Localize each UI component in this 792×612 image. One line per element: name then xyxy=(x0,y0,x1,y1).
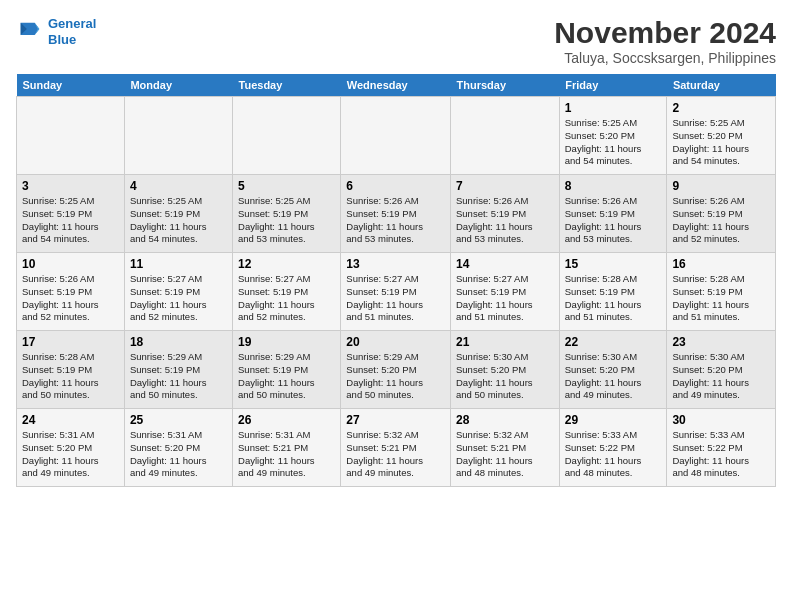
day-info: Sunrise: 5:29 AMSunset: 5:19 PMDaylight:… xyxy=(130,351,227,402)
day-number: 29 xyxy=(565,413,662,427)
location-subtitle: Taluya, Soccsksargen, Philippines xyxy=(554,50,776,66)
day-number: 1 xyxy=(565,101,662,115)
weekday-header-tuesday: Tuesday xyxy=(233,74,341,97)
day-number: 15 xyxy=(565,257,662,271)
day-info: Sunrise: 5:32 AMSunset: 5:21 PMDaylight:… xyxy=(346,429,445,480)
day-number: 11 xyxy=(130,257,227,271)
day-info: Sunrise: 5:25 AMSunset: 5:19 PMDaylight:… xyxy=(22,195,119,246)
calendar-cell: 4Sunrise: 5:25 AMSunset: 5:19 PMDaylight… xyxy=(124,175,232,253)
weekday-header-friday: Friday xyxy=(559,74,667,97)
calendar-header: SundayMondayTuesdayWednesdayThursdayFrid… xyxy=(17,74,776,97)
calendar-cell: 30Sunrise: 5:33 AMSunset: 5:22 PMDayligh… xyxy=(667,409,776,487)
calendar-cell: 6Sunrise: 5:26 AMSunset: 5:19 PMDaylight… xyxy=(341,175,451,253)
title-block: November 2024 Taluya, Soccsksargen, Phil… xyxy=(554,16,776,66)
calendar-cell: 12Sunrise: 5:27 AMSunset: 5:19 PMDayligh… xyxy=(233,253,341,331)
calendar-cell: 1Sunrise: 5:25 AMSunset: 5:20 PMDaylight… xyxy=(559,97,667,175)
calendar-cell: 7Sunrise: 5:26 AMSunset: 5:19 PMDaylight… xyxy=(451,175,560,253)
day-number: 10 xyxy=(22,257,119,271)
day-number: 25 xyxy=(130,413,227,427)
calendar-cell: 20Sunrise: 5:29 AMSunset: 5:20 PMDayligh… xyxy=(341,331,451,409)
day-number: 9 xyxy=(672,179,770,193)
calendar-week-row: 24Sunrise: 5:31 AMSunset: 5:20 PMDayligh… xyxy=(17,409,776,487)
calendar-cell: 9Sunrise: 5:26 AMSunset: 5:19 PMDaylight… xyxy=(667,175,776,253)
calendar-cell: 25Sunrise: 5:31 AMSunset: 5:20 PMDayligh… xyxy=(124,409,232,487)
day-info: Sunrise: 5:31 AMSunset: 5:21 PMDaylight:… xyxy=(238,429,335,480)
calendar-cell: 17Sunrise: 5:28 AMSunset: 5:19 PMDayligh… xyxy=(17,331,125,409)
calendar-cell: 13Sunrise: 5:27 AMSunset: 5:19 PMDayligh… xyxy=(341,253,451,331)
day-info: Sunrise: 5:28 AMSunset: 5:19 PMDaylight:… xyxy=(22,351,119,402)
calendar-cell: 5Sunrise: 5:25 AMSunset: 5:19 PMDaylight… xyxy=(233,175,341,253)
day-number: 13 xyxy=(346,257,445,271)
day-info: Sunrise: 5:29 AMSunset: 5:20 PMDaylight:… xyxy=(346,351,445,402)
calendar-body: 1Sunrise: 5:25 AMSunset: 5:20 PMDaylight… xyxy=(17,97,776,487)
calendar-cell: 28Sunrise: 5:32 AMSunset: 5:21 PMDayligh… xyxy=(451,409,560,487)
calendar-cell: 23Sunrise: 5:30 AMSunset: 5:20 PMDayligh… xyxy=(667,331,776,409)
day-info: Sunrise: 5:33 AMSunset: 5:22 PMDaylight:… xyxy=(672,429,770,480)
day-number: 8 xyxy=(565,179,662,193)
calendar-cell: 3Sunrise: 5:25 AMSunset: 5:19 PMDaylight… xyxy=(17,175,125,253)
calendar-cell: 2Sunrise: 5:25 AMSunset: 5:20 PMDaylight… xyxy=(667,97,776,175)
calendar-cell: 11Sunrise: 5:27 AMSunset: 5:19 PMDayligh… xyxy=(124,253,232,331)
calendar-cell: 21Sunrise: 5:30 AMSunset: 5:20 PMDayligh… xyxy=(451,331,560,409)
calendar-week-row: 10Sunrise: 5:26 AMSunset: 5:19 PMDayligh… xyxy=(17,253,776,331)
calendar-cell xyxy=(341,97,451,175)
day-info: Sunrise: 5:25 AMSunset: 5:20 PMDaylight:… xyxy=(672,117,770,168)
day-info: Sunrise: 5:31 AMSunset: 5:20 PMDaylight:… xyxy=(130,429,227,480)
calendar-week-row: 3Sunrise: 5:25 AMSunset: 5:19 PMDaylight… xyxy=(17,175,776,253)
day-number: 14 xyxy=(456,257,554,271)
day-info: Sunrise: 5:31 AMSunset: 5:20 PMDaylight:… xyxy=(22,429,119,480)
day-info: Sunrise: 5:30 AMSunset: 5:20 PMDaylight:… xyxy=(672,351,770,402)
day-info: Sunrise: 5:26 AMSunset: 5:19 PMDaylight:… xyxy=(672,195,770,246)
day-number: 5 xyxy=(238,179,335,193)
day-number: 23 xyxy=(672,335,770,349)
day-number: 12 xyxy=(238,257,335,271)
weekday-header-monday: Monday xyxy=(124,74,232,97)
weekday-header-saturday: Saturday xyxy=(667,74,776,97)
day-info: Sunrise: 5:27 AMSunset: 5:19 PMDaylight:… xyxy=(238,273,335,324)
header-row: SundayMondayTuesdayWednesdayThursdayFrid… xyxy=(17,74,776,97)
day-info: Sunrise: 5:26 AMSunset: 5:19 PMDaylight:… xyxy=(346,195,445,246)
calendar-cell: 8Sunrise: 5:26 AMSunset: 5:19 PMDaylight… xyxy=(559,175,667,253)
day-number: 7 xyxy=(456,179,554,193)
day-number: 27 xyxy=(346,413,445,427)
day-info: Sunrise: 5:25 AMSunset: 5:20 PMDaylight:… xyxy=(565,117,662,168)
calendar-week-row: 17Sunrise: 5:28 AMSunset: 5:19 PMDayligh… xyxy=(17,331,776,409)
day-number: 24 xyxy=(22,413,119,427)
calendar-week-row: 1Sunrise: 5:25 AMSunset: 5:20 PMDaylight… xyxy=(17,97,776,175)
day-number: 30 xyxy=(672,413,770,427)
day-info: Sunrise: 5:32 AMSunset: 5:21 PMDaylight:… xyxy=(456,429,554,480)
calendar-cell xyxy=(233,97,341,175)
day-info: Sunrise: 5:27 AMSunset: 5:19 PMDaylight:… xyxy=(346,273,445,324)
day-info: Sunrise: 5:27 AMSunset: 5:19 PMDaylight:… xyxy=(130,273,227,324)
calendar-cell: 15Sunrise: 5:28 AMSunset: 5:19 PMDayligh… xyxy=(559,253,667,331)
day-info: Sunrise: 5:28 AMSunset: 5:19 PMDaylight:… xyxy=(672,273,770,324)
day-info: Sunrise: 5:30 AMSunset: 5:20 PMDaylight:… xyxy=(456,351,554,402)
day-number: 16 xyxy=(672,257,770,271)
logo-text: General Blue xyxy=(48,16,96,47)
calendar-table: SundayMondayTuesdayWednesdayThursdayFrid… xyxy=(16,74,776,487)
weekday-header-sunday: Sunday xyxy=(17,74,125,97)
day-info: Sunrise: 5:25 AMSunset: 5:19 PMDaylight:… xyxy=(238,195,335,246)
day-number: 4 xyxy=(130,179,227,193)
calendar-cell: 16Sunrise: 5:28 AMSunset: 5:19 PMDayligh… xyxy=(667,253,776,331)
page-header: General Blue November 2024 Taluya, Soccs… xyxy=(16,16,776,66)
day-number: 2 xyxy=(672,101,770,115)
day-number: 20 xyxy=(346,335,445,349)
calendar-cell: 27Sunrise: 5:32 AMSunset: 5:21 PMDayligh… xyxy=(341,409,451,487)
day-info: Sunrise: 5:26 AMSunset: 5:19 PMDaylight:… xyxy=(22,273,119,324)
logo: General Blue xyxy=(16,16,96,47)
day-number: 17 xyxy=(22,335,119,349)
day-info: Sunrise: 5:28 AMSunset: 5:19 PMDaylight:… xyxy=(565,273,662,324)
calendar-cell xyxy=(124,97,232,175)
day-number: 18 xyxy=(130,335,227,349)
calendar-cell: 19Sunrise: 5:29 AMSunset: 5:19 PMDayligh… xyxy=(233,331,341,409)
day-number: 19 xyxy=(238,335,335,349)
logo-icon xyxy=(16,18,44,46)
day-info: Sunrise: 5:30 AMSunset: 5:20 PMDaylight:… xyxy=(565,351,662,402)
day-info: Sunrise: 5:25 AMSunset: 5:19 PMDaylight:… xyxy=(130,195,227,246)
day-info: Sunrise: 5:26 AMSunset: 5:19 PMDaylight:… xyxy=(565,195,662,246)
calendar-cell: 24Sunrise: 5:31 AMSunset: 5:20 PMDayligh… xyxy=(17,409,125,487)
day-number: 3 xyxy=(22,179,119,193)
day-info: Sunrise: 5:27 AMSunset: 5:19 PMDaylight:… xyxy=(456,273,554,324)
calendar-cell: 10Sunrise: 5:26 AMSunset: 5:19 PMDayligh… xyxy=(17,253,125,331)
